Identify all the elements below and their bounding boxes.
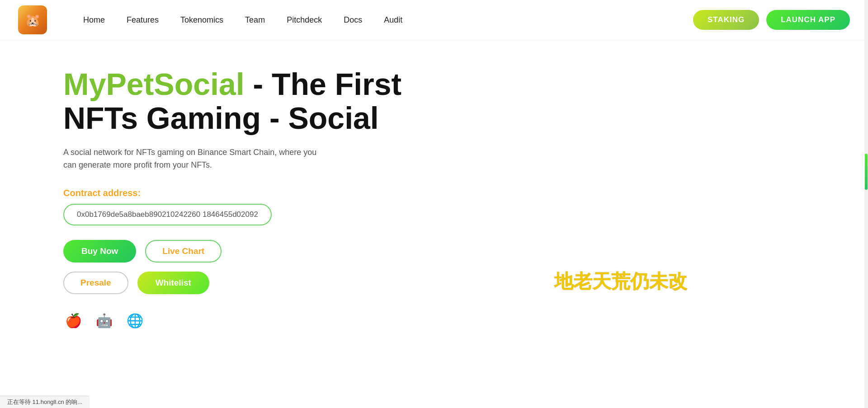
hero-title-brand: MyPetSocial bbox=[63, 67, 245, 101]
web-icon[interactable]: 🌐 bbox=[125, 310, 145, 330]
live-chart-button[interactable]: Live Chart bbox=[145, 240, 222, 263]
nav-tokenomics[interactable]: Tokenomics bbox=[180, 15, 223, 25]
android-icon[interactable]: 🤖 bbox=[94, 310, 114, 330]
logo-image: 🐹 bbox=[18, 5, 47, 34]
hero-subtitle: A social network for NFTs gaming on Bina… bbox=[63, 146, 326, 172]
contract-address-text: 0x0b1769de5a8baeb890210242260 1846455d02… bbox=[77, 210, 258, 219]
hero-title-line2: NFTs Gaming - Social bbox=[63, 101, 379, 135]
nav-pitchdeck[interactable]: Pitchdeck bbox=[287, 15, 322, 25]
button-row-1: Buy Now Live Chart bbox=[63, 240, 805, 263]
nav-features[interactable]: Features bbox=[127, 15, 159, 25]
nav-team[interactable]: Team bbox=[245, 15, 265, 25]
nav-links: Home Features Tokenomics Team Pitchdeck … bbox=[83, 15, 693, 25]
button-row-2: Presale Whitelist bbox=[63, 272, 805, 294]
launch-app-button[interactable]: LAUNCH APP bbox=[766, 10, 850, 30]
logo[interactable]: 🐹 bbox=[18, 5, 47, 34]
nav-actions: STAKING LAUNCH APP bbox=[693, 10, 850, 30]
nav-home[interactable]: Home bbox=[83, 15, 105, 25]
presale-button[interactable]: Presale bbox=[63, 272, 128, 294]
staking-button[interactable]: STAKING bbox=[693, 10, 759, 30]
contract-address-box[interactable]: 0x0b1769de5a8baeb890210242260 1846455d02… bbox=[63, 204, 272, 225]
contract-label: Contract address: bbox=[63, 188, 805, 198]
nav-docs[interactable]: Docs bbox=[344, 15, 362, 25]
status-bar-text: 正在等待 11.hongll.cn 的响... bbox=[7, 399, 82, 405]
scrollbar-track bbox=[864, 0, 868, 408]
whitelist-button[interactable]: Whitelist bbox=[137, 272, 209, 294]
platform-icons: 🍎 🤖 🌐 bbox=[63, 310, 805, 330]
hero-title: MyPetSocial - The First NFTs Gaming - So… bbox=[63, 67, 805, 135]
hero-title-tagline: - The First bbox=[245, 67, 402, 101]
apple-icon[interactable]: 🍎 bbox=[63, 310, 83, 330]
navbar: 🐹 Home Features Tokenomics Team Pitchdec… bbox=[0, 0, 868, 40]
buy-now-button[interactable]: Buy Now bbox=[63, 240, 136, 263]
nav-audit[interactable]: Audit bbox=[384, 15, 402, 25]
hero-section: MyPetSocial - The First NFTs Gaming - So… bbox=[0, 40, 868, 348]
scrollbar-thumb[interactable] bbox=[865, 154, 868, 190]
status-bar: 正在等待 11.hongll.cn 的响... bbox=[0, 396, 90, 408]
